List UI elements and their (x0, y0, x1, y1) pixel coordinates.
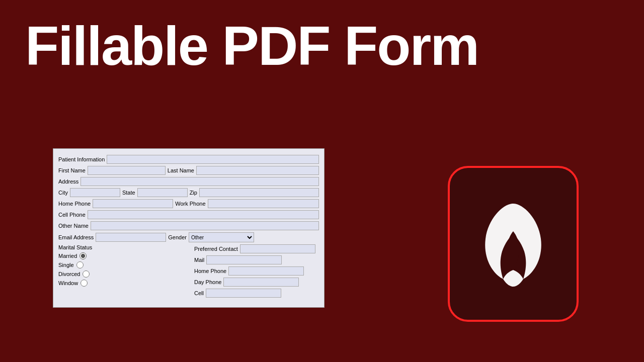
bottom-section: Marital Status Married Single Divorced W… (58, 244, 319, 300)
page-title: Fillable PDF Form (25, 15, 619, 76)
address-row: Address (58, 177, 319, 186)
last-name-label: Last Name (168, 167, 194, 173)
patient-info-input[interactable] (107, 155, 319, 164)
preferred-contact-section: Preferred Contact Mail Home Phone Day Ph… (194, 244, 319, 300)
cell-input[interactable] (206, 289, 281, 298)
home-phone-input[interactable] (93, 199, 173, 208)
email-gender-row: Email Address Gender Male Female Other (58, 232, 319, 242)
work-phone-label: Work Phone (175, 201, 205, 207)
single-row: Single (58, 261, 194, 268)
window-row: Window (58, 280, 194, 287)
other-name-label: Other Name (58, 223, 89, 229)
address-label: Address (58, 178, 78, 185)
city-label: City (58, 190, 68, 196)
marital-status-label: Marital Status (58, 244, 92, 250)
state-label: State (122, 190, 135, 196)
first-name-label: First Name (58, 167, 86, 173)
other-name-row: Other Name (58, 221, 319, 230)
gender-select[interactable]: Male Female Other (189, 232, 254, 242)
day-phone-row: Day Phone (194, 278, 319, 287)
home-phone2-input[interactable] (228, 266, 304, 276)
day-phone-input[interactable] (223, 278, 299, 287)
pdf-form-panel: Patient Information First Name Last Name… (53, 148, 325, 308)
divorced-row: Divorced (58, 270, 194, 278)
mail-input[interactable] (206, 255, 282, 264)
single-label: Single (58, 262, 74, 268)
title-area: Fillable PDF Form (25, 15, 619, 76)
cell-label: Cell (194, 290, 204, 296)
first-name-input[interactable] (88, 166, 166, 175)
email-label: Email Address (58, 234, 94, 240)
cell-row: Cell (194, 289, 319, 298)
single-radio[interactable] (76, 261, 84, 268)
patient-info-label: Patient Information (58, 156, 105, 162)
state-input[interactable] (137, 188, 188, 197)
divorced-label: Divorced (58, 271, 80, 277)
cell-phone-label: Cell Phone (58, 212, 86, 218)
day-phone-label: Day Phone (194, 279, 221, 285)
last-name-input[interactable] (196, 166, 319, 175)
work-phone-input[interactable] (208, 199, 319, 208)
phone-row: Home Phone Work Phone (58, 199, 319, 208)
zip-input[interactable] (199, 188, 319, 197)
cell-phone-row: Cell Phone (58, 210, 319, 219)
adobe-icon-container (448, 166, 579, 322)
home-phone-label: Home Phone (58, 201, 91, 207)
home-phone2-row: Home Phone (194, 266, 319, 276)
marital-status-row: Marital Status (58, 244, 194, 250)
married-row: Married (58, 252, 194, 259)
gender-label: Gender (168, 234, 187, 240)
city-state-zip-row: City State Zip (58, 188, 319, 197)
zip-label: Zip (190, 190, 197, 196)
window-radio[interactable] (80, 280, 88, 287)
window-label: Window (58, 280, 78, 286)
mail-row: Mail (194, 255, 319, 264)
married-label: Married (58, 253, 77, 259)
married-radio[interactable] (79, 252, 87, 259)
preferred-contact-label: Preferred Contact (194, 246, 238, 252)
city-input[interactable] (70, 188, 120, 197)
patient-info-row: Patient Information (58, 155, 319, 164)
preferred-contact-input[interactable] (240, 244, 315, 253)
name-row: First Name Last Name (58, 166, 319, 175)
cell-phone-input[interactable] (88, 210, 319, 219)
home-phone2-label: Home Phone (194, 268, 226, 274)
divorced-radio[interactable] (83, 270, 90, 278)
other-name-input[interactable] (91, 221, 319, 230)
marital-status-section: Marital Status Married Single Divorced W… (58, 244, 194, 289)
email-input[interactable] (96, 233, 166, 242)
adobe-acrobat-icon (473, 194, 553, 294)
address-input[interactable] (80, 177, 319, 186)
adobe-icon-bg (448, 166, 579, 322)
preferred-contact-header: Preferred Contact (194, 244, 319, 253)
mail-label: Mail (194, 257, 204, 263)
